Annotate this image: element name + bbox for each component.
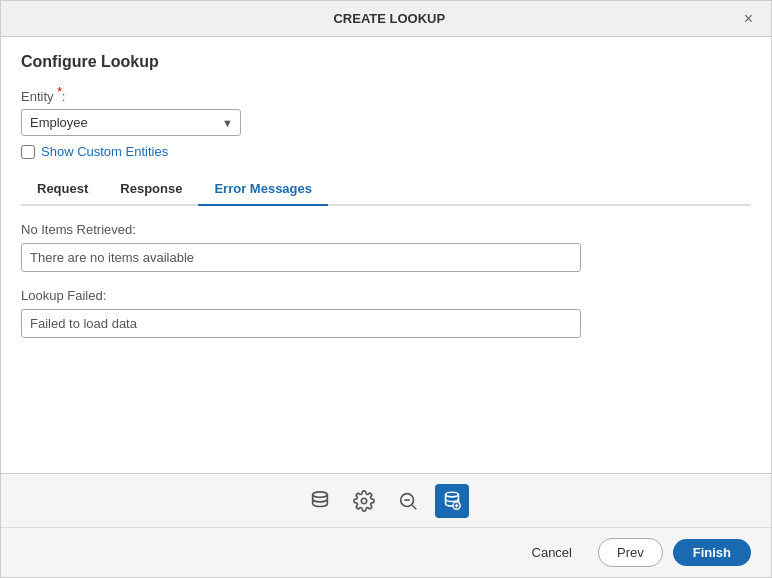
entity-label: Entity *: xyxy=(21,85,751,104)
svg-point-1 xyxy=(361,498,367,504)
database-icon-button[interactable] xyxy=(303,484,337,518)
no-items-label: No Items Retrieved: xyxy=(21,222,751,237)
entity-select-wrapper: Employee ▼ xyxy=(21,109,241,136)
tab-error-messages[interactable]: Error Messages xyxy=(198,173,328,206)
lookup-failed-label: Lookup Failed: xyxy=(21,288,751,303)
tab-request[interactable]: Request xyxy=(21,173,104,206)
dialog-title: CREATE LOOKUP xyxy=(37,11,742,26)
footer-buttons-bar: Cancel Prev Finish xyxy=(1,527,771,577)
prev-button[interactable]: Prev xyxy=(598,538,663,567)
create-lookup-dialog: CREATE LOOKUP × Configure Lookup Entity … xyxy=(0,0,772,578)
dialog-body: Configure Lookup Entity *: Employee ▼ Sh… xyxy=(1,37,771,473)
lookup-failed-section: Lookup Failed: xyxy=(21,288,751,338)
tabs-bar: Request Response Error Messages xyxy=(21,173,751,206)
show-custom-entities-row: Show Custom Entities xyxy=(21,144,751,159)
finish-button[interactable]: Finish xyxy=(673,539,751,566)
show-custom-entities-label[interactable]: Show Custom Entities xyxy=(41,144,168,159)
cancel-button[interactable]: Cancel xyxy=(516,539,588,566)
settings-icon-button[interactable] xyxy=(347,484,381,518)
entity-select[interactable]: Employee xyxy=(21,109,241,136)
zoom-out-icon-button[interactable] xyxy=(391,484,425,518)
active-config-icon-button[interactable] xyxy=(435,484,469,518)
no-items-input[interactable] xyxy=(21,243,581,272)
footer-icons-bar xyxy=(1,473,771,527)
show-custom-entities-checkbox[interactable] xyxy=(21,145,35,159)
dialog-header: CREATE LOOKUP × xyxy=(1,1,771,37)
lookup-failed-input[interactable] xyxy=(21,309,581,338)
svg-line-3 xyxy=(412,505,416,509)
section-title: Configure Lookup xyxy=(21,53,751,71)
tab-response[interactable]: Response xyxy=(104,173,198,206)
no-items-section: No Items Retrieved: xyxy=(21,222,751,272)
svg-point-5 xyxy=(446,492,459,497)
svg-point-0 xyxy=(313,491,328,497)
required-indicator: * xyxy=(57,85,62,99)
close-button[interactable]: × xyxy=(742,11,755,27)
